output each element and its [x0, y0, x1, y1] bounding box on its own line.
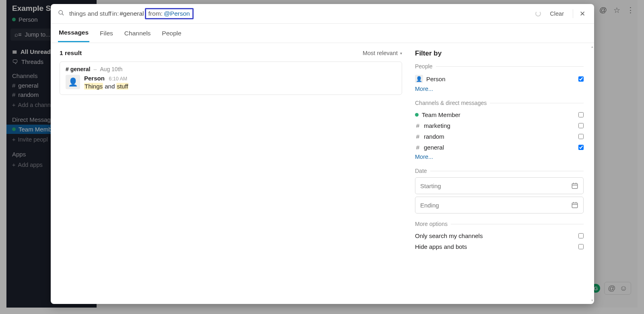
filter-cdm-checkbox[interactable]: [578, 123, 584, 128]
app-root: Example Sla Person ⌕≡ Jump to... ≣ All U…: [6, 0, 638, 308]
search-tabs: Messages Files Channels People: [51, 24, 594, 43]
cdm-label: Channels & direct messages: [415, 100, 487, 106]
cdm-name: marketing: [424, 122, 450, 129]
filter-group-more-options: More options: [415, 221, 584, 227]
filter-group-cdm: Channels & direct messages: [415, 100, 584, 106]
results-header: 1 result Most relevant ▾: [60, 49, 402, 57]
avatar[interactable]: 👤: [66, 75, 80, 89]
filter-opt-only-my-channels[interactable]: Only search my channels: [415, 230, 584, 241]
opt1-label: Only search my channels: [415, 232, 483, 239]
opt1-checkbox[interactable]: [578, 233, 584, 238]
result-message: 👤 Person 6:10 AM Things and stuff: [66, 75, 396, 90]
svg-point-0: [59, 10, 62, 14]
date-end-label: Ending: [420, 202, 439, 209]
chevron-down-icon: ▾: [400, 51, 402, 55]
tab-messages[interactable]: Messages: [58, 24, 89, 42]
search-query-display[interactable]: things and stuff in: #general from: @Per…: [69, 8, 530, 19]
result-channel[interactable]: # general: [66, 66, 90, 72]
cdm-name: random: [424, 133, 444, 140]
search-results-pane: 1 result Most relevant ▾ # general – Aug…: [51, 43, 411, 304]
filter-group-date: Date: [415, 168, 584, 174]
hash-icon: #: [415, 122, 421, 129]
hash-icon: #: [415, 133, 421, 140]
filter-cdm-checkbox[interactable]: [578, 145, 584, 150]
query-from-token: from: @Person: [145, 8, 194, 19]
loading-spinner-icon: [535, 11, 541, 16]
clear-button[interactable]: Clear: [546, 10, 568, 17]
close-icon[interactable]: ✕: [578, 10, 587, 18]
filter-person-row[interactable]: 👤 Person: [415, 73, 584, 85]
filter-person-checkbox[interactable]: [578, 76, 584, 82]
divider: [451, 224, 584, 224]
results-count: 1 result: [60, 49, 82, 57]
svg-rect-6: [572, 203, 578, 208]
tab-people[interactable]: People: [161, 25, 182, 42]
divider: [490, 103, 584, 103]
tab-channels[interactable]: Channels: [124, 25, 152, 42]
filter-group-people: People: [415, 63, 584, 70]
text-mid: and: [103, 83, 116, 90]
opt2-label: Hide apps and bots: [415, 243, 467, 250]
cdm-name: Team Member: [422, 111, 460, 118]
filter-cdm-checkbox[interactable]: [578, 112, 584, 117]
query-from-label: from:: [149, 10, 163, 17]
scroll-down-icon[interactable]: ▾: [591, 298, 593, 302]
query-in-value: #general: [120, 10, 144, 17]
date-start-input[interactable]: Starting: [415, 177, 584, 194]
search-icon: [58, 10, 64, 18]
people-more-link[interactable]: More...: [415, 86, 433, 92]
filter-cdm-row[interactable]: #random: [415, 131, 584, 142]
hash-icon: #: [415, 144, 421, 151]
more-options-label: More options: [415, 221, 448, 227]
calendar-icon: [571, 182, 578, 189]
filter-title: Filter by: [415, 49, 584, 57]
tab-files[interactable]: Files: [99, 25, 114, 42]
query-in-label: in:: [112, 10, 119, 17]
scroll-up-icon[interactable]: ▴: [591, 45, 593, 49]
dash: –: [93, 66, 97, 72]
sort-label: Most relevant: [363, 50, 398, 56]
query-from-value: @Person: [164, 10, 190, 17]
divider: [436, 66, 584, 67]
search-body: 1 result Most relevant ▾ # general – Aug…: [51, 43, 594, 304]
sort-dropdown[interactable]: Most relevant ▾: [363, 50, 402, 56]
separator: [573, 9, 573, 18]
result-date: Aug 10th: [100, 66, 122, 72]
query-text: things and stuff: [69, 10, 111, 17]
result-text: Things and stuff: [84, 83, 128, 90]
people-label: People: [415, 63, 433, 70]
calendar-icon: [571, 201, 578, 209]
divider: [430, 171, 584, 171]
filter-pane: Filter by People 👤 Person More... Channe…: [411, 43, 594, 304]
result-time: 6:10 AM: [109, 76, 127, 82]
svg-line-1: [62, 14, 64, 15]
filter-cdm-row[interactable]: Team Member: [415, 109, 584, 120]
svg-rect-2: [572, 184, 578, 189]
opt2-checkbox[interactable]: [578, 244, 584, 249]
filter-cdm-row[interactable]: #marketing: [415, 120, 584, 131]
filter-cdm-checkbox[interactable]: [578, 134, 584, 139]
cdm-more-link[interactable]: More...: [415, 154, 433, 160]
presence-dot-icon: [415, 113, 419, 117]
filter-scrollbar[interactable]: ▴ ▾: [588, 43, 594, 304]
cdm-name: general: [424, 144, 444, 151]
date-start-label: Starting: [420, 183, 441, 189]
result-channel-row: # general – Aug 10th: [66, 66, 396, 72]
search-overlay: things and stuff in: #general from: @Per…: [51, 4, 594, 304]
highlight-1: Things: [84, 83, 103, 90]
avatar: 👤: [415, 75, 423, 83]
filter-person-name: Person: [426, 76, 446, 82]
date-end-input[interactable]: Ending: [415, 197, 584, 213]
highlight-2: stuff: [116, 83, 128, 90]
result-sender[interactable]: Person: [84, 75, 105, 82]
date-label: Date: [415, 168, 427, 174]
filter-cdm-row[interactable]: #general: [415, 142, 584, 153]
filter-opt-hide-apps[interactable]: Hide apps and bots: [415, 241, 584, 252]
search-result-card[interactable]: # general – Aug 10th 👤 Person 6:10 AM Th…: [60, 62, 402, 95]
search-bar: things and stuff in: #general from: @Per…: [51, 4, 594, 24]
